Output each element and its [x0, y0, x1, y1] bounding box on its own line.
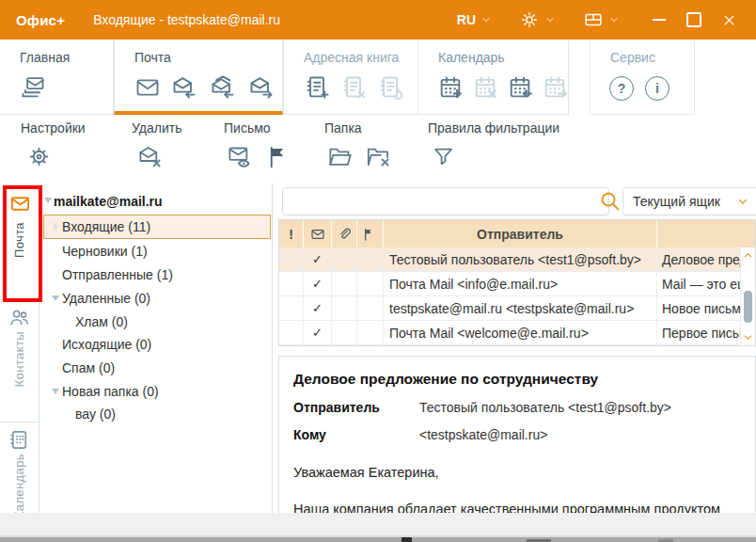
read-checkmark: ✓ [312, 326, 323, 340]
attachment-column-header[interactable] [332, 220, 357, 247]
folder-sent[interactable]: Отправленные (1) [62, 267, 173, 282]
message-subject: Mail — это ещ [657, 272, 740, 295]
message-sender: testpskate@mail.ru <testpskate@mail.ru> [384, 296, 657, 320]
mail-stack-icon[interactable] [19, 74, 47, 101]
scrollbar-thumb[interactable] [744, 291, 752, 323]
folder-inbox[interactable]: Входящие (11) [62, 219, 150, 234]
folder-deleted[interactable]: Удаленные (0) [62, 291, 150, 306]
preview-to-value: <testpskate@mail.ru> [419, 427, 547, 442]
message-row[interactable]: ✓ testpskate@mail.ru <testpskate@mail.ru… [279, 296, 740, 321]
tab-service[interactable]: Сервис ? i [590, 40, 695, 115]
filter-funnel-icon[interactable] [431, 144, 456, 169]
message-subject: Деловое пред [657, 247, 740, 271]
tab-mail-label: Почта [134, 50, 282, 65]
annotation-highlight-box [3, 185, 42, 302]
sidebar-item-calendar[interactable]: Календарь [12, 454, 26, 518]
language-selector[interactable]: RU [457, 12, 491, 27]
reply-all-icon[interactable] [207, 74, 239, 101]
expand-triangle-icon[interactable] [54, 223, 59, 231]
folder-drafts[interactable]: Черновики (1) [62, 244, 148, 259]
folder-tree: mailkate@mail.ru Входящие (11) Черновики… [39, 183, 273, 513]
search-icon[interactable] [599, 190, 621, 212]
gear-icon[interactable] [26, 144, 52, 169]
preview-subject: Деловое предложение по сотрудничеству [293, 371, 755, 388]
message-sender: Почта Mail <welcome@e.mail.ru> [384, 321, 657, 344]
folder-label: Папка [324, 120, 391, 136]
folder-junk[interactable]: Хлам (0) [75, 314, 128, 329]
app-window: Офис+ Входящие - testpskate@mail.ru RU [0, 0, 756, 542]
folder-open-icon[interactable] [327, 144, 353, 169]
collapse-triangle-icon[interactable] [52, 389, 59, 394]
message-row[interactable]: ✓ Почта Mail <welcome@e.mail.ru> Первое … [279, 321, 740, 345]
chevron-down-icon [737, 196, 748, 207]
settings-label: Настройки [21, 120, 86, 136]
tab-calendar[interactable]: Календарь [417, 40, 569, 115]
layout-icon [583, 9, 604, 30]
forward-icon[interactable] [247, 74, 276, 101]
reply-icon[interactable] [170, 74, 198, 101]
window-title: Входящие - testpskate@mail.ru [93, 12, 280, 27]
mailbox-filter-dropdown[interactable]: Текущий ящик [622, 187, 756, 215]
maximize-button[interactable] [682, 8, 706, 32]
info-button[interactable]: i [645, 76, 669, 101]
folder-outbox[interactable]: Исходящие (0) [62, 337, 151, 352]
delete-group: Удалить [132, 120, 181, 169]
help-button[interactable]: ? [609, 76, 634, 101]
tab-service-label: Сервис [610, 50, 694, 65]
calendar-book-icon[interactable] [8, 429, 30, 451]
message-row[interactable]: ✓ Почта Mail <info@e.mail.ru> Mail — это… [279, 272, 740, 296]
message-list-header: ! Отправитель [279, 220, 755, 247]
taskbar-edge [0, 537, 756, 542]
tab-home-label: Главная [20, 50, 113, 65]
chevron-down-icon [609, 15, 619, 24]
subject-column-header[interactable] [657, 220, 755, 247]
preview-body-greeting: Уважаемая Екатерина, [293, 465, 755, 480]
envelope-icon [310, 227, 325, 242]
scroll-up-icon[interactable] [743, 250, 753, 261]
contact-sync-icon [376, 74, 404, 101]
read-column-header[interactable] [304, 220, 332, 247]
read-checkmark: ✓ [312, 301, 323, 315]
event-delete-icon [472, 74, 498, 101]
tab-address-book[interactable]: Адресная книга [283, 40, 418, 115]
settings-group: Настройки [21, 120, 86, 169]
event-add-icon[interactable] [437, 74, 464, 101]
mark-read-icon[interactable] [227, 144, 252, 169]
minimize-button[interactable] [647, 8, 671, 32]
theme-selector[interactable] [519, 9, 555, 30]
brightness-icon [519, 9, 540, 30]
delete-label: Удалить [132, 120, 181, 136]
layout-selector[interactable] [583, 9, 619, 30]
message-sender: Тестовый пользователь <test1@psoft.by> [384, 247, 657, 271]
paperclip-icon [337, 227, 352, 242]
chevron-down-icon [545, 15, 555, 24]
collapse-triangle-icon[interactable] [44, 198, 52, 203]
close-button[interactable] [717, 8, 741, 32]
new-mail-icon[interactable] [134, 74, 162, 101]
message-sender: Почта Mail <info@e.mail.ru> [384, 272, 657, 295]
info-icon: i [655, 81, 659, 96]
contacts-icon[interactable] [8, 307, 30, 328]
collapse-triangle-icon[interactable] [52, 295, 59, 301]
sidebar-item-contacts[interactable]: Контакты [12, 331, 26, 387]
message-row[interactable]: ✓ Тестовый пользователь <test1@psoft.by>… [279, 247, 740, 272]
priority-column-header[interactable]: ! [279, 220, 304, 247]
flag-icon[interactable] [265, 144, 291, 169]
folder-new[interactable]: Новая папка (0) [62, 384, 159, 399]
sender-column-header[interactable]: Отправитель [384, 220, 657, 247]
filter-rules-group: Правила фильтрации [428, 120, 559, 169]
folder-delete-icon[interactable] [366, 144, 391, 169]
contact-add-icon[interactable] [303, 74, 331, 101]
flag-column-header[interactable] [357, 220, 384, 247]
scroll-down-icon[interactable] [743, 332, 753, 343]
list-scrollbar[interactable] [740, 247, 755, 345]
search-input[interactable] [282, 187, 609, 215]
flag-doc-icon [363, 227, 378, 242]
calendar-import-icon[interactable] [507, 74, 533, 101]
tab-home[interactable]: Главная [0, 40, 114, 115]
folder-wow[interactable]: вау (0) [75, 406, 116, 422]
folder-spam[interactable]: Спам (0) [62, 360, 115, 375]
delete-mail-icon[interactable] [137, 144, 163, 169]
tab-mail[interactable]: Почта [114, 40, 283, 115]
account-node[interactable]: mailkate@mail.ru [54, 194, 163, 209]
